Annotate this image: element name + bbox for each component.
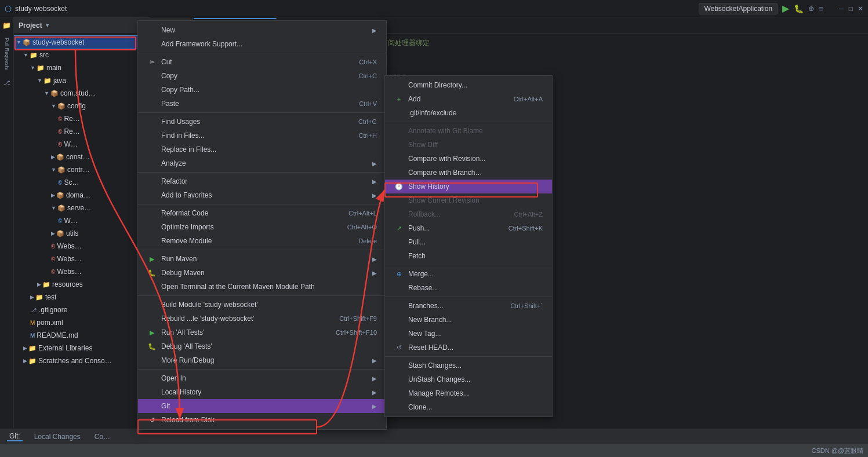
profile-button[interactable]: ≡ xyxy=(819,5,823,13)
menu-item-fetch[interactable]: Fetch xyxy=(385,249,552,263)
bottom-tab-local-changes[interactable]: Local Changes xyxy=(32,433,83,441)
debug-button[interactable]: 🐛 xyxy=(794,4,804,13)
menu-item-git-exclude[interactable]: .git/info/exclude xyxy=(385,106,552,120)
menu-item-refactor[interactable]: Refactor ▶ xyxy=(138,174,386,188)
submenu-arrow-icon: ▶ xyxy=(372,403,377,410)
menu-item-copy[interactable]: Copy Ctrl+C xyxy=(138,69,386,83)
menu-item-stash[interactable]: Stash Changes... xyxy=(385,359,552,372)
menu-item-run-all-tests[interactable]: ▶ Run 'All Tests' Ctrl+Shift+F10 xyxy=(138,326,386,339)
push-icon: ↗ xyxy=(394,225,404,232)
tree-item-config[interactable]: ▼ 📦 config xyxy=(14,100,150,112)
tree-item-webs3[interactable]: © Webs… xyxy=(14,265,150,278)
menu-item-reformat[interactable]: Reformat Code Ctrl+Alt+L xyxy=(138,206,386,220)
bottom-tab-git[interactable]: Git: xyxy=(7,432,23,441)
menu-item-copy-path[interactable]: Copy Path... xyxy=(138,83,386,97)
tree-item-w2[interactable]: © W… xyxy=(14,214,150,227)
history-icon: 🕐 xyxy=(394,183,404,191)
tree-item-main[interactable]: ▼ 📁 main xyxy=(14,61,150,74)
menu-item-clone[interactable]: Clone... xyxy=(385,400,552,414)
menu-item-rebase[interactable]: Rebase... xyxy=(385,281,552,295)
tree-item-java[interactable]: ▼ 📁 java xyxy=(14,74,150,87)
menu-item-local-history[interactable]: Local History ▶ xyxy=(138,385,386,399)
tree-item-label: resources xyxy=(52,280,83,288)
menu-item-add-favorites[interactable]: Add to Favorites ▶ xyxy=(138,188,386,202)
chevron-down-icon: ▼ xyxy=(51,205,56,211)
bottom-tab-co[interactable]: Co… xyxy=(92,433,112,441)
tree-item-label: Webs… xyxy=(57,242,81,250)
menu-item-show-history[interactable]: 🕐 Show History xyxy=(385,180,552,193)
tree-item-utils[interactable]: ▶ 📦 utils xyxy=(14,227,150,240)
title-bar: ⬡ study-websocket WebsocketApplication ▶… xyxy=(0,0,868,17)
menu-item-manage-remotes[interactable]: Manage Remotes... xyxy=(385,386,552,400)
tree-item-study-websocket[interactable]: ▼ 📦 study-websocket xyxy=(14,36,150,49)
menu-item-debug-maven[interactable]: 🐛 Debug Maven ▶ xyxy=(138,266,386,280)
menu-item-reset-head[interactable]: ↺ Reset HEAD... xyxy=(385,341,552,354)
menu-item-add-framework[interactable]: Add Framework Support... xyxy=(138,37,386,51)
menu-item-cut[interactable]: ✂ Cut Ctrl+X xyxy=(138,55,386,69)
tree-item-contr[interactable]: ▼ 📦 contr… xyxy=(14,163,150,176)
project-dropdown-icon[interactable]: ▼ xyxy=(45,22,50,28)
run-button[interactable]: ▶ xyxy=(782,3,789,14)
tree-item-test[interactable]: ▶ 📁 test xyxy=(14,291,150,304)
menu-item-debug-all-tests[interactable]: 🐛 Debug 'All Tests' xyxy=(138,339,386,353)
tree-item-resources[interactable]: ▶ 📁 resources xyxy=(14,278,150,291)
menu-item-analyze[interactable]: Analyze ▶ xyxy=(138,156,386,170)
window-button-minimize[interactable]: ─ xyxy=(839,5,844,13)
tree-item-src[interactable]: ▼ 📁 src xyxy=(14,49,150,61)
menu-separator xyxy=(385,356,552,357)
tree-item-const[interactable]: ▶ 📦 const… xyxy=(14,151,150,163)
menu-item-push[interactable]: ↗ Push... Ctrl+Shift+K xyxy=(385,221,552,235)
tree-item-serve[interactable]: ▼ 📦 serve… xyxy=(14,202,150,214)
coverage-button[interactable]: ⊕ xyxy=(808,5,814,13)
menu-item-compare-revision[interactable]: Compare with Revision... xyxy=(385,152,552,166)
tree-item-doma[interactable]: ▶ 📦 doma… xyxy=(14,189,150,202)
menu-item-remove-module[interactable]: Remove Module Delete xyxy=(138,234,386,248)
menu-item-open-in[interactable]: Open In ▶ xyxy=(138,371,386,385)
menu-item-find-usages[interactable]: Find Usages Ctrl+G xyxy=(138,115,386,129)
menu-item-new-tag[interactable]: New Tag... xyxy=(385,327,552,341)
tree-item-sc[interactable]: © Sc… xyxy=(14,176,150,189)
tree-item-external-libs[interactable]: ▶ 📁 External Libraries xyxy=(14,342,150,354)
menu-item-git[interactable]: Git ▶ xyxy=(138,399,386,413)
menu-item-pull[interactable]: Pull... xyxy=(385,235,552,249)
java-file-icon: © xyxy=(58,180,62,186)
project-icon[interactable]: 📁 xyxy=(1,20,13,31)
menu-item-reload-from-disk[interactable]: ↺ Reload from Disk xyxy=(138,413,386,427)
menu-item-new-branch[interactable]: New Branch... xyxy=(385,313,552,327)
tree-item-label: java xyxy=(53,76,66,85)
menu-item-open-terminal[interactable]: Open Terminal at the Current Maven Modul… xyxy=(138,280,386,294)
merge-icon: ⊕ xyxy=(394,270,404,278)
tree-item-pom[interactable]: M pom.xml xyxy=(14,316,150,329)
menu-item-more-run-debug[interactable]: More Run/Debug ▶ xyxy=(138,353,386,367)
tree-item-readme[interactable]: M README.md xyxy=(14,329,150,342)
tree-item-w1[interactable]: © W… xyxy=(14,138,150,151)
menu-item-paste[interactable]: Paste Ctrl+V xyxy=(138,97,386,111)
menu-item-build-module[interactable]: Build Module 'study-websocket' xyxy=(138,298,386,312)
menu-item-commit-directory[interactable]: Commit Directory... xyxy=(385,78,552,92)
tree-item-webs1[interactable]: © Webs… xyxy=(14,240,150,253)
tree-item-re2[interactable]: © Re… xyxy=(14,125,150,138)
menu-item-replace-in-files[interactable]: Replace in Files... xyxy=(138,142,386,156)
tree-item-com-stud[interactable]: ▼ 📦 com.stud… xyxy=(14,87,150,100)
menu-item-optimize-imports[interactable]: Optimize Imports Ctrl+Alt+O xyxy=(138,220,386,234)
reset-icon: ↺ xyxy=(394,344,404,352)
package-icon: 📦 xyxy=(50,90,59,97)
tree-item-re1[interactable]: © Re… xyxy=(14,112,150,125)
folder-icon: 📁 xyxy=(35,294,43,301)
menu-item-new[interactable]: New ▶ xyxy=(138,23,386,37)
menu-item-run-maven[interactable]: ▶ Run Maven ▶ xyxy=(138,252,386,266)
tree-item-webs2[interactable]: © Webs… xyxy=(14,253,150,265)
pull-requests-icon[interactable]: Pull Requests xyxy=(1,34,13,74)
tree-item-gitignore[interactable]: ⎇ .gitignore xyxy=(14,304,150,316)
menu-item-compare-branch[interactable]: Compare with Branch… xyxy=(385,166,552,180)
git-icon-side[interactable]: ⎇ xyxy=(1,76,13,88)
tree-item-scratches[interactable]: ▶ 📁 Scratches and Conso… xyxy=(14,354,150,367)
menu-item-rebuild-module[interactable]: Rebuild ...le 'study-websocket' Ctrl+Shi… xyxy=(138,312,386,326)
menu-item-merge[interactable]: ⊕ Merge... xyxy=(385,267,552,281)
menu-item-find-in-files[interactable]: Find in Files... Ctrl+H xyxy=(138,129,386,142)
window-button-maximize[interactable]: □ xyxy=(849,5,853,13)
menu-item-unstash[interactable]: UnStash Changes... xyxy=(385,372,552,386)
window-button-close[interactable]: ✕ xyxy=(858,5,863,13)
menu-item-branches[interactable]: Branches... Ctrl+Shift+` xyxy=(385,299,552,313)
menu-item-add[interactable]: + Add Ctrl+Alt+A xyxy=(385,92,552,106)
